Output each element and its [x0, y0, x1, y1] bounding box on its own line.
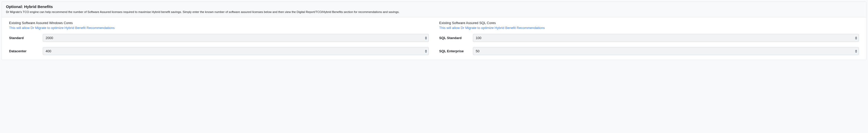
sql-standard-label: SQL Standard — [439, 36, 473, 40]
sql-standard-row: SQL Standard — [439, 34, 859, 42]
datacenter-input[interactable] — [43, 47, 429, 55]
datacenter-stepper — [425, 49, 427, 53]
panel-body: Existing Software Assured Windows Cores … — [2, 17, 866, 60]
stepper-up-icon[interactable] — [855, 36, 857, 38]
sql-heading: Existing Software Assured SQL Cores — [439, 21, 859, 25]
sql-enterprise-input[interactable] — [473, 47, 859, 55]
standard-row: Standard — [9, 34, 429, 42]
stepper-up-icon[interactable] — [855, 49, 857, 51]
stepper-down-icon[interactable] — [425, 51, 427, 53]
datacenter-label: Datacenter — [9, 49, 43, 53]
datacenter-row: Datacenter — [9, 47, 429, 55]
stepper-down-icon[interactable] — [855, 38, 857, 40]
sql-standard-stepper — [855, 36, 857, 40]
stepper-up-icon[interactable] — [425, 36, 427, 38]
panel-description: Dr Migrate's TCO engine can help recomme… — [6, 10, 862, 14]
hybrid-benefits-panel: Optional: Hybrid Benefits Dr Migrate's T… — [2, 2, 866, 60]
standard-stepper — [425, 36, 427, 40]
stepper-down-icon[interactable] — [855, 51, 857, 53]
panel-title: Optional: Hybrid Benefits — [6, 4, 862, 9]
sql-cores-column: Existing Software Assured SQL Cores This… — [439, 21, 859, 55]
standard-input[interactable] — [43, 34, 429, 42]
stepper-up-icon[interactable] — [425, 49, 427, 51]
sql-enterprise-label: SQL Enterprise — [439, 49, 473, 53]
windows-cores-column: Existing Software Assured Windows Cores … — [9, 21, 429, 55]
stepper-down-icon[interactable] — [425, 38, 427, 40]
sql-optimize-link[interactable]: This will allow Dr Migrate to optimize H… — [439, 26, 545, 30]
windows-optimize-link[interactable]: This will allow Dr Migrate to optimize H… — [9, 26, 115, 30]
sql-standard-input[interactable] — [473, 34, 859, 42]
standard-label: Standard — [9, 36, 43, 40]
sql-enterprise-row: SQL Enterprise — [439, 47, 859, 55]
sql-enterprise-stepper — [855, 49, 857, 53]
panel-header: Optional: Hybrid Benefits Dr Migrate's T… — [2, 2, 866, 17]
windows-heading: Existing Software Assured Windows Cores — [9, 21, 429, 25]
